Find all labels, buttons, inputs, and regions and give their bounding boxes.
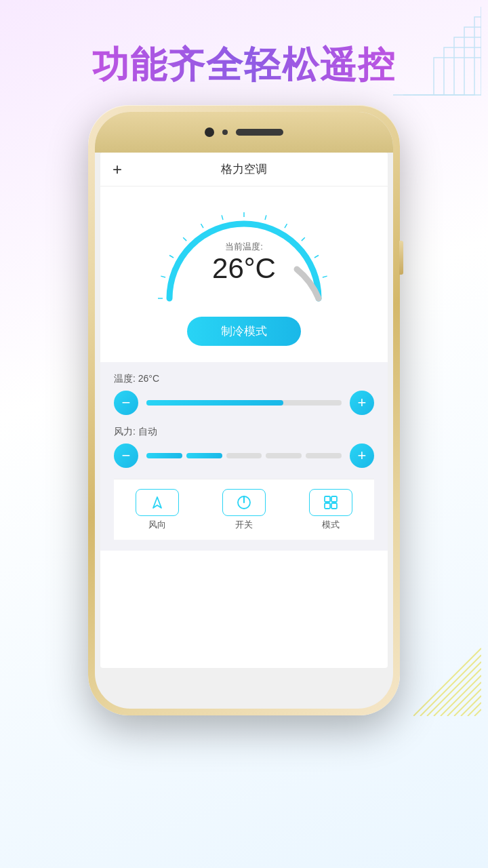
svg-rect-25 (331, 496, 337, 502)
svg-rect-24 (325, 496, 330, 502)
wind-control-group: 风力: 自动 − + (114, 426, 374, 468)
speaker-grille (236, 129, 283, 136)
screen-header: + 格力空调 (100, 153, 388, 186)
svg-rect-26 (325, 503, 330, 509)
wind-direction-icon-wrap (136, 489, 179, 516)
power-icon (235, 493, 253, 512)
temperature-label: 温度: 26°C (114, 373, 374, 385)
svg-line-2 (427, 662, 481, 716)
phone-inner: + 格力空调 (95, 112, 393, 709)
mode-button[interactable]: 制冷模式 (187, 317, 301, 346)
bottom-navigation: 风向 开关 (114, 479, 374, 540)
wind-seg-2 (186, 453, 222, 458)
temperature-plus-button[interactable]: + (350, 391, 374, 415)
power-icon-wrap (222, 489, 266, 516)
svg-line-11 (161, 276, 165, 277)
svg-line-9 (474, 709, 481, 716)
wind-plus-button[interactable]: + (350, 443, 374, 468)
camera-lens (205, 127, 214, 137)
wind-seg-5 (306, 453, 342, 458)
phone-screen: + 格力空调 (100, 153, 388, 668)
temperature-minus-button[interactable]: − (114, 391, 138, 415)
svg-line-21 (323, 276, 327, 277)
gauge-temperature: 26°C (212, 253, 276, 284)
gauge-center-text: 当前温度: 26°C (212, 241, 276, 284)
svg-line-20 (314, 256, 319, 258)
add-button[interactable]: + (113, 160, 122, 179)
svg-line-15 (222, 215, 223, 220)
grid-icon-wrap (309, 489, 352, 516)
temperature-slider[interactable] (146, 400, 342, 406)
wind-label: 风力: 自动 (114, 426, 374, 438)
temperature-control-group: 温度: 26°C − + (114, 373, 374, 415)
svg-line-18 (285, 224, 287, 228)
svg-rect-27 (331, 503, 337, 509)
grid-icon (321, 493, 340, 512)
svg-line-5 (447, 682, 481, 716)
gauge-label: 当前温度: (212, 241, 276, 253)
temperature-slider-fill (146, 400, 283, 406)
svg-line-8 (468, 703, 481, 716)
nav-power[interactable]: 开关 (222, 489, 266, 531)
wind-seg-1 (146, 453, 182, 458)
nav-mode-label: 模式 (322, 519, 340, 531)
svg-line-13 (183, 237, 186, 241)
sensor-dot (222, 130, 228, 135)
svg-line-1 (420, 655, 481, 716)
gauge-section: 当前温度: 26°C 制冷模式 (100, 186, 388, 362)
wind-seg-3 (226, 453, 262, 458)
nav-wind-direction[interactable]: 风向 (136, 489, 179, 531)
deco-bottom-right (413, 614, 481, 719)
phone-outer-shell: + 格力空调 (88, 105, 400, 715)
screen-title: 格力空调 (221, 161, 267, 177)
svg-line-17 (265, 215, 266, 220)
temperature-gauge[interactable]: 当前温度: 26°C (149, 200, 339, 309)
nav-power-label: 开关 (235, 519, 253, 531)
power-side-button (399, 241, 403, 275)
wind-minus-button[interactable]: − (114, 443, 138, 468)
nav-mode[interactable]: 模式 (309, 489, 352, 531)
controls-section: 温度: 26°C − + 风力: 自动 − (100, 362, 388, 551)
phone-top-bar (95, 112, 393, 153)
temperature-control-row: − + (114, 391, 374, 415)
svg-line-19 (302, 237, 305, 241)
wind-control-row: − + (114, 443, 374, 468)
svg-line-12 (169, 256, 174, 258)
svg-line-14 (201, 224, 204, 228)
phone-device: + 格力空调 (88, 105, 400, 715)
nav-wind-direction-label: 风向 (148, 519, 166, 531)
svg-line-6 (454, 689, 481, 716)
wind-seg-4 (266, 453, 302, 458)
wind-direction-icon (148, 493, 167, 512)
wind-slider[interactable] (146, 453, 342, 458)
page-title: 功能齐全轻松遥控 (0, 41, 488, 90)
